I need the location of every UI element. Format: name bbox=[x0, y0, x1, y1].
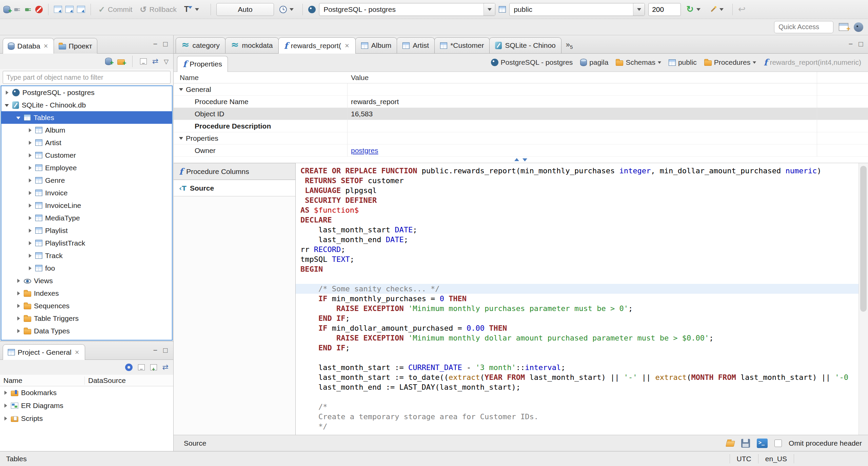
breadcrumb-item-pagila[interactable]: pagila bbox=[580, 58, 608, 66]
chevron-down-icon[interactable] bbox=[633, 3, 645, 16]
transaction-log-button[interactable] bbox=[182, 3, 202, 15]
open-perspective-icon[interactable] bbox=[839, 23, 848, 31]
undo-icon[interactable] bbox=[738, 4, 746, 15]
commit-button[interactable]: Commit bbox=[96, 3, 134, 16]
collapse-arrow-icon[interactable] bbox=[179, 88, 183, 93]
tree-item-mediatype[interactable]: MediaType bbox=[1, 212, 172, 224]
editor-tab-customer[interactable]: *Customer bbox=[434, 37, 490, 53]
connect-icon[interactable] bbox=[14, 6, 21, 13]
editor-tab-artist[interactable]: Artist bbox=[397, 37, 435, 53]
expand-arrow-icon[interactable] bbox=[5, 90, 9, 95]
link-with-editor-icon[interactable] bbox=[152, 57, 158, 66]
expand-arrow-icon[interactable] bbox=[16, 291, 21, 296]
sql-editor-icon[interactable] bbox=[54, 6, 62, 13]
tree-item-playlisttrack[interactable]: PlaylistTrack bbox=[1, 237, 172, 249]
chevron-down-icon[interactable] bbox=[658, 61, 661, 65]
new-connection-icon[interactable] bbox=[3, 6, 10, 13]
grid-sash-handle[interactable] bbox=[174, 157, 868, 163]
tree-item-indexes[interactable]: Indexes bbox=[1, 287, 172, 299]
project-item-bookmarks[interactable]: Bookmarks bbox=[0, 386, 173, 399]
expand-arrow-icon[interactable] bbox=[3, 403, 8, 408]
grid-row-properties[interactable]: Properties bbox=[174, 132, 868, 144]
pane-source[interactable]: Source bbox=[174, 180, 295, 196]
expand-arrow-icon[interactable] bbox=[28, 266, 33, 271]
breadcrumb-item-rewards-report-int4-numeric[interactable]: rewards_report(int4,numeric) bbox=[764, 57, 861, 67]
chevron-down-icon[interactable] bbox=[753, 61, 756, 65]
tree-item-tables[interactable]: Tables bbox=[1, 111, 172, 124]
breadcrumb-item-public[interactable]: public bbox=[669, 58, 697, 66]
vertical-scrollbar[interactable] bbox=[859, 163, 868, 435]
open-file-icon[interactable] bbox=[726, 441, 735, 447]
expand-arrow-icon[interactable] bbox=[16, 304, 21, 308]
expand-arrow-icon[interactable] bbox=[28, 253, 33, 258]
tree-item-table-triggers[interactable]: Table Triggers bbox=[1, 312, 172, 325]
column-header-datasource[interactable]: DataSource bbox=[85, 376, 126, 385]
collapse-arrow-icon[interactable] bbox=[16, 115, 21, 120]
transaction-time-button[interactable] bbox=[277, 4, 297, 15]
expand-arrow-icon[interactable] bbox=[3, 390, 8, 395]
tree-item-sqlite-chinook-db[interactable]: SQLite - Chinook.db bbox=[1, 99, 172, 111]
minimize-icon[interactable]: − bbox=[846, 40, 856, 48]
tab-overflow-indicator[interactable]: »5 bbox=[566, 40, 573, 50]
expand-arrow-icon[interactable] bbox=[16, 316, 21, 321]
breadcrumb-item-procedures[interactable]: Procedures bbox=[704, 58, 756, 66]
tree-item-artist[interactable]: Artist bbox=[1, 136, 172, 149]
maximize-icon[interactable]: □ bbox=[856, 40, 866, 48]
expand-arrow-icon[interactable] bbox=[28, 128, 33, 133]
expand-arrow-icon[interactable] bbox=[28, 178, 33, 183]
tree-item-employee[interactable]: Employee bbox=[1, 161, 172, 174]
close-icon[interactable]: × bbox=[344, 42, 350, 50]
expand-arrow-icon[interactable] bbox=[28, 191, 33, 195]
column-header-name[interactable]: Name bbox=[0, 376, 85, 385]
grid-row-general[interactable]: General bbox=[174, 83, 868, 96]
grid-column-value[interactable]: Value bbox=[348, 74, 369, 82]
schema-combo[interactable]: public bbox=[509, 3, 645, 16]
minimize-icon[interactable]: − bbox=[150, 40, 160, 48]
tree-item-postgresql-postgres[interactable]: PostgreSQL - postgres bbox=[1, 86, 172, 99]
tab-database-navigator[interactable]: Databa × bbox=[3, 38, 54, 54]
close-icon[interactable]: × bbox=[74, 349, 80, 356]
editor-tab-album[interactable]: Album bbox=[355, 37, 397, 53]
tree-item-playlist[interactable]: Playlist bbox=[1, 224, 172, 237]
breadcrumb-item-postgresql-postgres[interactable]: PostgreSQL - postgres bbox=[491, 58, 573, 66]
tree-item-customer[interactable]: Customer bbox=[1, 149, 172, 161]
project-item-er-diagrams[interactable]: ER Diagrams bbox=[0, 399, 173, 412]
collapse-all-icon[interactable] bbox=[140, 58, 147, 64]
open-sql-script-icon[interactable] bbox=[77, 6, 85, 13]
tree-item-views[interactable]: Views bbox=[1, 274, 172, 287]
dbeaver-perspective-icon[interactable] bbox=[854, 22, 863, 32]
expand-arrow-icon[interactable] bbox=[28, 216, 33, 220]
refresh-button[interactable] bbox=[684, 3, 704, 16]
collapse-arrow-icon[interactable] bbox=[179, 137, 183, 142]
editor-tab-sqlite-chinoo[interactable]: SQLite - Chinoo bbox=[489, 37, 561, 53]
editor-tab-rewards-report[interactable]: rewards_report(× bbox=[278, 37, 356, 54]
tree-item-album[interactable]: Album bbox=[1, 124, 172, 136]
expand-arrow-icon[interactable] bbox=[28, 241, 33, 246]
omit-procedure-header-checkbox[interactable] bbox=[774, 440, 782, 447]
expand-arrow-icon[interactable] bbox=[16, 329, 21, 333]
new-folder-icon[interactable] bbox=[117, 59, 125, 65]
tree-item-sequences[interactable]: Sequences bbox=[1, 299, 172, 312]
source-code-editor[interactable]: CREATE OR REPLACE FUNCTION public.reward… bbox=[296, 163, 868, 435]
fetch-size-input[interactable] bbox=[648, 3, 681, 16]
magic-wand-button[interactable] bbox=[707, 4, 727, 15]
expand-arrow-icon[interactable] bbox=[28, 153, 33, 158]
collapse-arrow-icon[interactable] bbox=[5, 103, 9, 108]
grid-row-object-id[interactable]: Object ID16,583 bbox=[174, 108, 868, 120]
tree-item-track[interactable]: Track bbox=[1, 249, 172, 262]
minimize-icon[interactable]: − bbox=[150, 346, 160, 355]
expand-arrow-icon[interactable] bbox=[16, 278, 21, 283]
save-icon[interactable] bbox=[741, 439, 750, 448]
expand-arrow-icon[interactable] bbox=[28, 166, 33, 170]
tree-item-invoice[interactable]: Invoice bbox=[1, 187, 172, 199]
collapse-all-icon[interactable] bbox=[138, 364, 145, 370]
expand-all-icon[interactable] bbox=[150, 364, 157, 370]
grid-column-name[interactable]: Name bbox=[174, 74, 348, 82]
expand-arrow-icon[interactable] bbox=[28, 228, 33, 233]
tab-projects[interactable]: Проект bbox=[54, 38, 97, 54]
tree-item-genre[interactable]: Genre bbox=[1, 174, 172, 187]
project-tree[interactable]: BookmarksER DiagramsScripts bbox=[0, 386, 173, 451]
expand-arrow-icon[interactable] bbox=[28, 203, 33, 208]
view-menu-icon[interactable] bbox=[164, 57, 169, 65]
database-navigator-tree[interactable]: PostgreSQL - postgresSQLite - Chinook.db… bbox=[1, 85, 173, 341]
